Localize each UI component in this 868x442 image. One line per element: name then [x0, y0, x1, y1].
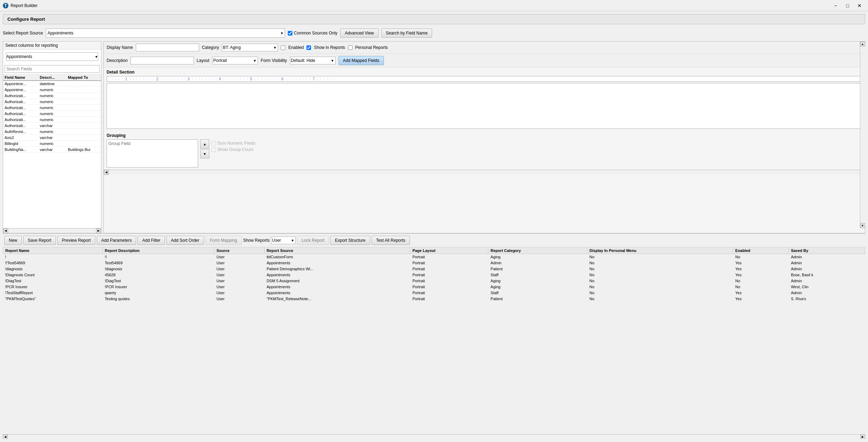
source-select-wrapper[interactable]: Appointments ▼ — [46, 29, 285, 38]
list-item: Portrait — [410, 284, 488, 290]
preview-report-button[interactable]: Preview Report — [57, 236, 95, 245]
main-window: Configure Report Select Report Source Ap… — [0, 11, 868, 442]
move-down-button[interactable]: ▼ — [200, 149, 209, 158]
detail-section: Detail Section · · · · · 1 · · · · · · ·… — [104, 68, 865, 131]
close-button[interactable]: ✕ — [854, 2, 865, 10]
table-row[interactable]: AuthRevisi... numeric — [3, 129, 101, 135]
advanced-view-button[interactable]: Advanced View — [340, 29, 379, 38]
sum-numeric-fields-row: Sum Numeric Fields — [211, 141, 255, 146]
reports-horiz-scroll[interactable]: ◀ ▶ — [3, 434, 865, 439]
export-structure-button[interactable]: Export Structure — [330, 236, 370, 245]
table-row[interactable]: Axis2 varchar — [3, 135, 101, 141]
minimize-button[interactable]: − — [830, 2, 841, 10]
list-item: Portrait — [410, 254, 488, 260]
right-horiz-scroll-left-btn[interactable]: ◀ — [104, 170, 109, 175]
description-label: Description — [107, 58, 128, 63]
layout-select[interactable]: Portrait — [212, 57, 258, 64]
list-item: Patient — [488, 266, 587, 272]
form-mapping-button[interactable]: Form Mapping — [205, 236, 242, 245]
list-item: No — [733, 254, 788, 260]
enabled-checkbox[interactable] — [281, 45, 285, 50]
scroll-spacer — [96, 147, 101, 152]
search-fields-input[interactable] — [5, 65, 100, 73]
description-input[interactable] — [131, 57, 194, 64]
ruler: · · · · · 1 · · · · · · · · 2 · · · · · … — [107, 76, 862, 82]
add-parameters-button[interactable]: Add Parameters — [97, 236, 137, 245]
table-row[interactable]: !TestStaffReportqwertyUserAppointmentsPo… — [3, 290, 865, 296]
right-panel-horiz-scroll[interactable]: ◀ ▶ — [104, 170, 865, 175]
sum-numeric-fields-checkbox[interactable] — [211, 141, 216, 146]
add-sort-order-button[interactable]: Add Sort Order — [166, 236, 204, 245]
lock-report-button[interactable]: Lock Report — [297, 236, 329, 245]
list-item: User — [214, 278, 265, 284]
add-filter-button[interactable]: Add Filter — [138, 236, 165, 245]
table-row[interactable]: BillingId numeric — [3, 141, 101, 147]
table-row[interactable]: Authorizati... numeric — [3, 99, 101, 105]
display-name-input[interactable] — [136, 44, 199, 51]
field-name-cell: AuthRevisi... — [5, 130, 40, 134]
table-row[interactable]: BuildingNa... varchar Buildings.Bui — [3, 147, 101, 153]
field-name-cell: Axis2 — [5, 135, 40, 140]
reports-table-header-row: Report NameReport DescriptionSourceRepor… — [3, 247, 865, 254]
test-all-reports-button[interactable]: Test All Reports — [372, 236, 410, 245]
group-field-placeholder: Group Field — [108, 141, 131, 146]
table-row[interactable]: Appointme... datetime — [3, 81, 101, 87]
table-row[interactable]: Authorizati... numeric — [3, 93, 101, 99]
category-select[interactable]: BT: Aging — [222, 44, 278, 51]
table-row[interactable]: Authorizati... numeric — [3, 105, 101, 111]
move-up-button[interactable]: ▲ — [200, 139, 209, 149]
list-item: DSM 5 Assignment — [264, 278, 410, 284]
list-item: S. Riva's — [788, 296, 865, 302]
table-row[interactable]: Authorizati... numeric — [3, 117, 101, 123]
list-item: Staff — [488, 290, 587, 296]
common-sources-checkbox[interactable] — [288, 31, 292, 36]
table-row[interactable]: !!!UsertblCustomFormPortraitAgingNoNoAdm… — [3, 254, 865, 260]
reports-horiz-right-btn[interactable]: ▶ — [860, 435, 865, 440]
table-row[interactable]: "PKMTestQuotes"Testing quotesUser"PKMTes… — [3, 296, 865, 302]
reports-horiz-left-btn[interactable]: ◀ — [3, 435, 8, 440]
category-select-wrapper[interactable]: BT: Aging ▼ — [222, 44, 278, 51]
personal-reports-checkbox[interactable] — [348, 45, 353, 50]
left-source-select-wrapper[interactable]: Appointments ▼ — [5, 51, 100, 62]
detail-canvas[interactable] — [107, 83, 862, 129]
list-item: Appointments — [264, 290, 410, 296]
show-group-count-checkbox[interactable] — [211, 147, 216, 152]
list-item: Portrait — [410, 272, 488, 278]
add-mapped-fields-button[interactable]: Add Mapped Fields — [338, 56, 384, 65]
table-row[interactable]: Appointme... numeric — [3, 87, 101, 93]
mapped-cell — [68, 88, 96, 92]
vert-scroll-up-btn[interactable]: ▲ — [860, 42, 865, 46]
show-in-reports-label: Show in Reports — [314, 45, 345, 50]
show-in-reports-checkbox[interactable] — [306, 45, 311, 50]
table-row[interactable]: !DiagTest!DiagTestUserDSM 5 AssignmentPo… — [3, 278, 865, 284]
save-report-button[interactable]: Save Report — [23, 236, 56, 245]
horiz-scroll-right-btn[interactable]: ▶ — [96, 228, 101, 233]
maximize-button[interactable]: □ — [842, 2, 853, 10]
table-row[interactable]: Authorizati... varchar — [3, 123, 101, 129]
left-panel-horiz-scroll[interactable]: ◀ ▶ — [3, 228, 101, 233]
table-row[interactable]: Authorizati... numeric — [3, 111, 101, 117]
table-row[interactable]: !PCR Insurer!PCR InsurerUserAppointments… — [3, 284, 865, 290]
list-item: No — [733, 278, 788, 284]
mapped-cell — [68, 130, 96, 134]
form-visibility-select[interactable]: Default: Hide — [290, 57, 336, 64]
sum-numeric-fields-label: Sum Numeric Fields — [217, 141, 255, 146]
search-by-field-name-button[interactable]: Search by Field Name — [381, 29, 432, 38]
table-row[interactable]: !Diagnosis Count45628UserAppointmentsPor… — [3, 272, 865, 278]
right-panel-vert-scrollbar[interactable]: ▲ ▼ — [860, 42, 865, 228]
table-row[interactable]: !!Test54869Test54869UserAppointmentsPort… — [3, 260, 865, 266]
table-row[interactable]: !diagnosis!diagnosisUserPatient Demograp… — [3, 266, 865, 272]
form-visibility-select-wrapper[interactable]: Default: Hide ▼ — [290, 57, 336, 64]
layout-select-wrapper[interactable]: Portrait ▼ — [212, 57, 258, 64]
group-field-box[interactable]: Group Field — [107, 139, 198, 168]
vert-scroll-down-btn[interactable]: ▼ — [860, 223, 865, 228]
show-reports-select[interactable]: User — [271, 236, 296, 244]
new-button[interactable]: New — [4, 236, 22, 245]
horiz-scroll-left-btn[interactable]: ◀ — [3, 228, 8, 233]
show-reports-select-wrapper[interactable]: User ▼ — [271, 236, 296, 244]
source-select[interactable]: Appointments — [46, 29, 285, 38]
list-item: Aging — [488, 284, 587, 290]
reports-table-wrap[interactable]: Report NameReport DescriptionSourceRepor… — [3, 247, 865, 434]
left-source-select[interactable]: Appointments — [6, 52, 98, 61]
list-item: Staff — [488, 272, 587, 278]
